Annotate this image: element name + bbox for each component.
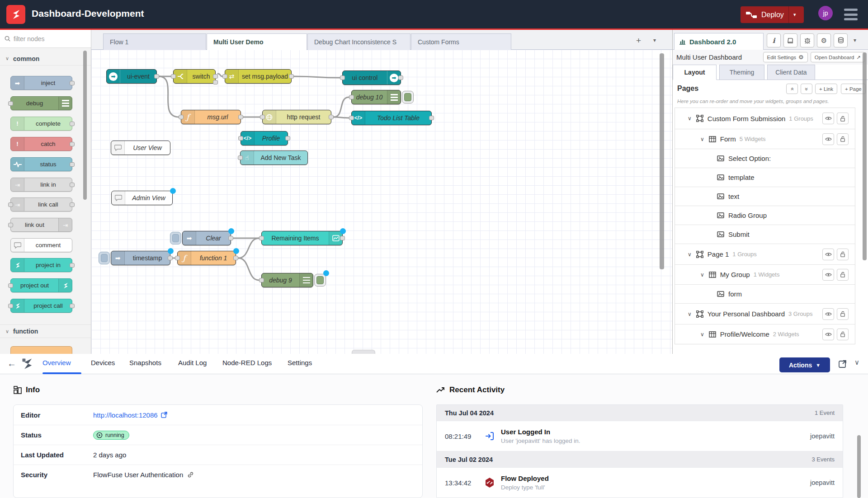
output-port-2[interactable]: [213, 80, 218, 85]
help-tab-icon[interactable]: [783, 33, 797, 47]
input-port[interactable]: [8, 223, 13, 227]
palette-node-status[interactable]: status: [10, 157, 72, 171]
inject-button[interactable]: [170, 232, 181, 244]
node-debug-10[interactable]: debug 10: [351, 90, 401, 104]
tree-group-my-group[interactable]: ∨ My Group 1 Widgets: [675, 264, 855, 284]
add-page-button[interactable]: + Page: [841, 84, 866, 94]
nav-tab-node-red-logs[interactable]: Node-RED Logs: [222, 359, 272, 366]
open-dashboard-button[interactable]: Open Dashboard↗: [811, 52, 865, 62]
output-port[interactable]: [340, 236, 345, 240]
add-link-button[interactable]: + Link: [815, 84, 837, 94]
input-port[interactable]: [259, 236, 264, 240]
output-port[interactable]: [70, 202, 75, 207]
comment-admin-view[interactable]: Admin View: [111, 191, 173, 205]
unlock-icon[interactable]: [837, 113, 849, 124]
deploy-button[interactable]: Deploy ▾: [741, 6, 804, 23]
input-port[interactable]: [8, 283, 13, 288]
nav-tab-audit-log[interactable]: Audit Log: [178, 359, 207, 366]
tree-widget-form[interactable]: form: [675, 284, 855, 303]
palette-node-comment[interactable]: comment: [10, 238, 72, 252]
input-port[interactable]: [260, 115, 265, 119]
visibility-eye-icon[interactable]: [822, 133, 834, 145]
palette-node-project-out[interactable]: project out: [10, 278, 72, 292]
palette-node-link-out[interactable]: link out⇥: [10, 218, 72, 232]
input-port[interactable]: [179, 115, 184, 119]
tab-layout[interactable]: Layout: [673, 65, 717, 80]
inject-button[interactable]: [99, 252, 110, 264]
node-set-msg-payload[interactable]: ⇄ set msg.payload: [225, 69, 292, 84]
input-port[interactable]: [238, 136, 243, 141]
output-port[interactable]: [168, 256, 173, 260]
back-arrow-icon[interactable]: ←: [7, 358, 16, 369]
input-port[interactable]: [171, 74, 176, 79]
output-port[interactable]: [233, 256, 238, 260]
flow-list-chevron-icon[interactable]: ▾: [653, 38, 656, 43]
tab-custom-forms[interactable]: Custom Forms: [411, 33, 511, 50]
sidebar-scrollbar[interactable]: [863, 52, 867, 260]
actions-button[interactable]: Actions▼: [779, 357, 830, 372]
visibility-eye-icon[interactable]: [822, 249, 834, 260]
tree-page-custom-form-submission[interactable]: ∨ Custom Form Submission 1 Groups: [675, 108, 855, 129]
deploy-caret-icon[interactable]: ▾: [789, 12, 801, 18]
visibility-eye-icon[interactable]: [822, 269, 834, 281]
palette-category-function[interactable]: ∨ function: [0, 324, 91, 338]
flow-canvas[interactable]: ➡ ui-event switch ⇄ set msg.payload ui c…: [91, 50, 672, 354]
palette-node-project-call[interactable]: project call: [10, 299, 72, 313]
output-port[interactable]: [429, 116, 434, 120]
node-ui-event[interactable]: ➡ ui-event: [106, 69, 157, 84]
node-msg-url[interactable]: ƒ msg.url: [181, 110, 241, 124]
tab-theming[interactable]: Theming: [719, 65, 764, 80]
visibility-eye-icon[interactable]: [822, 113, 834, 124]
palette-node-complete[interactable]: !complete: [10, 117, 72, 131]
output-port[interactable]: [70, 122, 75, 126]
main-menu-icon[interactable]: [844, 9, 858, 20]
unlock-icon[interactable]: [837, 308, 849, 320]
open-editor-icon[interactable]: [838, 359, 847, 368]
node-clear-inject[interactable]: ➡ Clear: [182, 231, 231, 245]
output-port[interactable]: [228, 236, 233, 240]
visibility-eye-icon[interactable]: [822, 329, 834, 340]
input-port[interactable]: [8, 202, 13, 207]
canvas-bottom-grip[interactable]: [352, 350, 375, 354]
nav-tab-devices[interactable]: Devices: [91, 359, 115, 366]
sidebar-tab-dashboard[interactable]: Dashboard 2.0: [674, 33, 764, 50]
output-port[interactable]: [70, 81, 75, 85]
output-port[interactable]: [238, 115, 243, 119]
input-port[interactable]: [8, 304, 13, 308]
palette-node-catch[interactable]: !catch: [10, 137, 72, 151]
output-port[interactable]: [329, 115, 334, 119]
collapse-panel-chevron-icon[interactable]: ∨: [854, 358, 859, 366]
nav-tab-settings[interactable]: Settings: [288, 359, 312, 366]
node-todo-list-table[interactable]: </> Todo List Table: [351, 111, 432, 125]
output-port[interactable]: [70, 304, 75, 308]
input-port[interactable]: [222, 74, 227, 79]
output-port[interactable]: [289, 74, 294, 79]
node-profile[interactable]: </> Profile: [241, 131, 288, 146]
unlock-icon[interactable]: [837, 269, 849, 281]
output-port[interactable]: [285, 136, 290, 141]
input-port[interactable]: [349, 116, 354, 120]
unlock-icon[interactable]: [837, 133, 849, 145]
debug-tab-icon[interactable]: [800, 33, 814, 47]
output-port[interactable]: [70, 142, 75, 146]
activity-scrollbar[interactable]: [857, 435, 861, 498]
output-port[interactable]: [70, 162, 75, 167]
palette-node-link-in[interactable]: ⇥link in: [10, 178, 72, 192]
visibility-eye-icon[interactable]: [822, 308, 834, 320]
tab-flow-1[interactable]: Flow 1: [103, 33, 206, 50]
palette-search[interactable]: filter nodes: [0, 30, 91, 48]
output-port[interactable]: [154, 74, 159, 79]
palette-node-partial[interactable]: [10, 346, 72, 354]
input-port[interactable]: [175, 256, 180, 260]
palette-node-project-in[interactable]: project in: [10, 258, 72, 272]
debug-toggle-button[interactable]: [402, 91, 414, 103]
node-http-request[interactable]: http request: [262, 110, 331, 124]
tree-group-profile-welcome[interactable]: ∨ Profile/Welcome 2 Widgets: [675, 324, 855, 344]
node-switch[interactable]: switch: [173, 69, 216, 84]
edit-settings-button[interactable]: Edit Settings⚙: [763, 52, 808, 62]
context-data-icon[interactable]: [834, 33, 848, 47]
tab-debug-chart[interactable]: Debug Chart Inconsistence S: [307, 33, 410, 50]
avatar[interactable]: jp: [818, 6, 833, 20]
tree-widget-submit[interactable]: Submit: [675, 225, 855, 244]
nav-tab-snapshots[interactable]: Snapshots: [129, 359, 161, 366]
